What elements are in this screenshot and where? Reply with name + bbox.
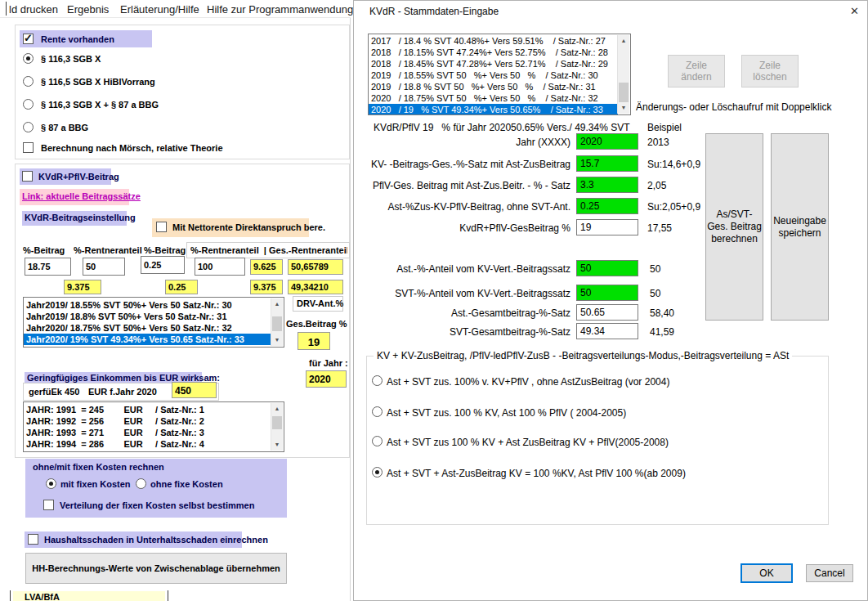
history-list-item[interactable]: 2019 / 18.55% SVT 50 %+ Vers 50 % / Satz…	[369, 70, 630, 81]
menu-item-drucken[interactable]: ld drucken	[9, 3, 58, 16]
scroll-down-icon[interactable]: ▼	[618, 102, 629, 114]
jahr-list-scrollbar[interactable]: ▲ ▼	[271, 403, 283, 451]
history-list-item[interactable]: 2019 / 18.8 % SVT 50 %+ Vers 50 % / Satz…	[369, 81, 630, 92]
modus-radio-3[interactable]	[372, 436, 383, 446]
zeile-loeschen-label-1: Zeile	[759, 60, 781, 71]
radio-87a[interactable]	[23, 122, 34, 132]
pflv-satz-input[interactable]: 3.3	[576, 177, 638, 193]
rente-checkbox-label: Rente vorhanden	[41, 34, 114, 44]
moersch-checkbox[interactable]	[23, 142, 34, 153]
zeile-aendern-label-1: Zeile	[686, 60, 707, 71]
kv-satz-beispiel: Su:14,6+0,9	[647, 159, 700, 170]
modus-radio-3-label: Ast + SVT zus 100 % KV + Ast ZusBeitrag …	[387, 437, 669, 448]
zeile-loeschen-button[interactable]: Zeile löschen	[741, 55, 799, 87]
history-list-item[interactable]: 2018 / 18.45% SVT 47.28%+ Vers 52.71% / …	[369, 58, 630, 70]
scroll-up-icon[interactable]: ▲	[271, 298, 283, 310]
menu-item-programmhilfe[interactable]: Hilfe zur Programmanwendung	[207, 3, 353, 16]
netto-checkbox[interactable]	[156, 222, 167, 232]
doppelklick-hint: Änderungs- oder Löschaufruf mit Doppelkl…	[636, 101, 831, 113]
ohne-fixe-kosten-radio[interactable]	[136, 478, 146, 489]
anteil-row2-value-1: 9.375	[64, 280, 101, 294]
neueingabe-speichern-button[interactable]: Neueingabe speichern	[771, 133, 829, 321]
satz-list-item-selected[interactable]: Jahr2020/ 19% SVT 49.34%+ Vers 50.65 Sat…	[24, 334, 271, 345]
berechnen-label-1: As/SVT-	[716, 209, 752, 221]
history-list-item[interactable]: 2020 / 18.75% SVT 50 %+ Vers 50 % / Satz…	[369, 92, 630, 104]
jahr-input[interactable]: 2020	[576, 133, 638, 150]
fixkosten-title: ohne/mit fixen Kosten rechnen	[33, 462, 164, 472]
berechnen-button[interactable]: As/SVT- Ges. Beitrag berechnen	[705, 133, 763, 321]
radio-116-5[interactable]	[23, 76, 34, 87]
kv-anteil-value: 9.625	[250, 259, 283, 275]
satz-list-item[interactable]: Jahr2019/ 18.8% SVT 50%+ Vers 50 Satz-Nr…	[24, 311, 284, 322]
scroll-down-icon[interactable]: ▼	[271, 334, 283, 346]
geringf-value: 450	[172, 382, 217, 398]
radio-116-3-87a[interactable]	[23, 99, 34, 110]
mit-fixen-kosten-label: mit fixen Kosten	[60, 479, 131, 489]
mit-fixen-kosten-radio[interactable]	[46, 478, 56, 489]
ges-beitrag-value: 19	[298, 332, 330, 350]
modus-radio-4[interactable]	[372, 467, 383, 478]
svt-anteil-input[interactable]: 50	[576, 285, 638, 301]
scroll-thumb[interactable]	[619, 83, 629, 102]
gesbeitrag-beispiel: 17,55	[647, 222, 672, 234]
kv-satz-label: KV- -Beitrags-Ges.-%-Satz mit Ast-ZusBei…	[360, 159, 570, 170]
menu-item-ergebnis[interactable]: Ergebnis	[67, 3, 109, 16]
ast-anteil-input[interactable]: 50	[576, 260, 638, 276]
radio-116-3[interactable]	[23, 53, 34, 64]
bottom-strip-line-left	[10, 590, 11, 601]
hh-uebernehmen-button[interactable]: HH-Berechnungs-Werte von Zwischenablage …	[25, 553, 287, 584]
verteilung-checkbox[interactable]	[43, 500, 54, 510]
gesbeitrag-input[interactable]: 19	[576, 219, 638, 235]
cancel-button-label: Cancel	[814, 567, 844, 579]
pflv-satz-beispiel: 2,05	[647, 180, 666, 191]
satz-list-item[interactable]: Jahr2020/ 18.75% SVT 50%+ Vers 50 Satz-N…	[24, 322, 284, 334]
kvdr-pflv-header: KVdR/PflV 19 % für Jahr 202050.65% Vers.…	[374, 122, 630, 133]
satz-list-item[interactable]: Jahr2019/ 18.55% SVT 50%+ Vers 50 Satz-N…	[24, 299, 284, 311]
anteil-row2-value-2: 0.25	[165, 280, 198, 294]
satz-listbox[interactable]: Jahr2019/ 18.55% SVT 50%+ Vers 50 Satz-N…	[23, 297, 284, 348]
ast-gesamt-input[interactable]: 50.65	[576, 304, 638, 321]
beitrag2-input[interactable]: 0.25	[141, 256, 185, 274]
dialog-close-button[interactable]: ✕	[842, 0, 867, 21]
header-beitrag-1: %-Beitrag	[23, 245, 65, 255]
haushalt-checkbox[interactable]	[28, 534, 38, 545]
berechnen-label-3: berechnen	[711, 233, 758, 245]
menu-item-erlaeuterung-hilfe[interactable]: Erläuterung/Hilfe	[120, 3, 199, 16]
history-list-item[interactable]: 2017 / 18.4 % SVT 40.48%+ Vers 59.51% / …	[369, 35, 630, 47]
modus-radio-1[interactable]	[372, 375, 383, 386]
kvdr-pflv-checkbox[interactable]	[22, 171, 33, 182]
jahr-list-item[interactable]: JAHR: 1992 = 256 EUR / Satz-Nr.: 2	[24, 415, 284, 427]
history-list-item[interactable]: 2018 / 18.15% SVT 47.24%+ Vers 52.75% / …	[369, 47, 630, 58]
history-list-scrollbar[interactable]: ▲ ▼	[617, 35, 629, 114]
checkmark-icon: ✓	[24, 32, 33, 44]
jahr-list-item[interactable]: JAHR: 1993 = 271 EUR / Satz-Nr.: 3	[24, 427, 284, 438]
jahr-listbox[interactable]: JAHR: 1991 = 245 EUR / Satz-Nr.: 1 JAHR:…	[23, 401, 284, 452]
zeile-aendern-button[interactable]: Zeile ändern	[668, 55, 725, 87]
kv-satz-input[interactable]: 15.7	[576, 155, 638, 172]
svt-gesamt-input[interactable]: 49.34	[576, 323, 638, 339]
ast-zus-input[interactable]: 0.25	[576, 198, 638, 214]
svt-anteil-beispiel: 50	[650, 288, 660, 299]
scroll-down-icon[interactable]: ▼	[271, 439, 283, 451]
bottom-strip-label: LVA/BfA	[25, 592, 60, 601]
beitragssaetze-link[interactable]: Link: aktuelle Beitragssätze	[22, 191, 141, 201]
beitrag1-input[interactable]: 18.75	[25, 258, 71, 276]
satz-list-scrollbar[interactable]: ▲ ▼	[271, 298, 283, 346]
modus-radio-2[interactable]	[372, 406, 383, 417]
history-list-item-selected[interactable]: 2020 / 19 % SVT 49.34%+ Vers 50.65% / Sa…	[369, 104, 618, 115]
hh-uebernehmen-button-label: HH-Berechnungs-Werte von Zwischenablage …	[32, 563, 280, 573]
scroll-thumb[interactable]	[272, 416, 282, 429]
cancel-button[interactable]: Cancel	[806, 564, 853, 582]
rentneranteil1-input[interactable]: 50	[83, 258, 125, 276]
scroll-up-icon[interactable]: ▲	[271, 403, 283, 415]
scroll-up-icon[interactable]: ▲	[618, 35, 629, 47]
rentneranteil2-input[interactable]: 100	[195, 258, 245, 276]
satzhistory-listbox[interactable]: 2017 / 18.4 % SVT 40.48%+ Vers 59.51% / …	[368, 34, 631, 115]
ok-button[interactable]: OK	[740, 563, 793, 583]
jahr-list-item[interactable]: JAHR: 1991 = 245 EUR / Satz-Nr.: 1	[24, 404, 284, 415]
rente-checkbox[interactable]: ✓	[23, 34, 34, 44]
jahr-list-item[interactable]: JAHR: 1994 = 286 EUR / Satz-Nr.: 4	[24, 438, 284, 450]
anteil-row2-value-3: 9.375	[250, 280, 283, 294]
modus-radio-1-label: Ast + SVT zus. 100% v. KV+PflV , ohne As…	[387, 376, 669, 388]
scroll-thumb[interactable]	[272, 316, 282, 331]
